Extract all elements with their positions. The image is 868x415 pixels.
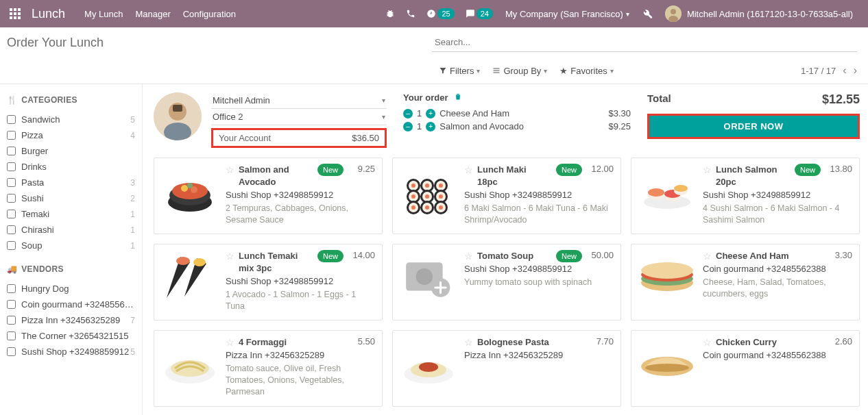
vendor-item[interactable]: Coin gourmand +324855623... — [7, 297, 135, 312]
activity-icon[interactable]: 25 — [426, 8, 454, 19]
checkbox[interactable] — [7, 162, 16, 171]
product-name: Lunch Maki 18pc — [477, 164, 548, 188]
star-icon: ★ — [559, 66, 568, 76]
company-switcher[interactable]: My Company (San Francisco) ▾ — [505, 9, 629, 19]
checkbox[interactable] — [7, 300, 16, 309]
decrement-button[interactable]: – — [403, 122, 413, 131]
order-item-name: Cheese And Ham — [439, 108, 586, 118]
app-brand: Lunch — [32, 7, 65, 21]
product-thumb — [400, 250, 457, 307]
account-user-select[interactable]: Mitchell Admin▾ — [211, 92, 387, 109]
checkbox[interactable] — [7, 331, 16, 340]
product-card[interactable]: ☆Lunch Temaki mix 3pcNew14.00Sushi Shop … — [154, 244, 383, 320]
product-card[interactable]: ☆Salmon and AvocadoNew9.25Sushi Shop +32… — [154, 158, 383, 234]
account-balance: Your Account $36.50 — [211, 128, 387, 148]
pager-prev[interactable]: ‹ — [843, 64, 846, 77]
checkbox[interactable] — [7, 225, 16, 234]
category-item[interactable]: Pizza4 — [7, 127, 135, 143]
star-outline-icon[interactable]: ☆ — [226, 164, 234, 176]
checkbox[interactable] — [7, 241, 16, 250]
pager-text: 1-17 / 17 — [801, 66, 836, 76]
nav-my-lunch[interactable]: My Lunch — [84, 9, 123, 19]
product-desc: 2 Tempuras, Cabbages, Onions, Sesame Sau… — [226, 203, 375, 226]
star-outline-icon[interactable]: ☆ — [464, 336, 473, 349]
svg-rect-8 — [18, 16, 21, 19]
checkbox[interactable] — [7, 347, 16, 356]
product-card[interactable]: ☆Chicken Curry2.60Coin gourmand +3248556… — [631, 330, 860, 407]
category-item[interactable]: Burger — [7, 143, 135, 159]
favorites-dropdown[interactable]: ★ Favorites▾ — [559, 66, 613, 76]
product-card[interactable]: ☆Cheese And Ham3.30Coin gourmand +324855… — [631, 244, 860, 320]
category-count: 1 — [130, 225, 135, 235]
product-card[interactable]: ☆4 Formaggi5.50Pizza Inn +32456325289Tom… — [154, 330, 383, 407]
svg-point-57 — [176, 257, 190, 265]
category-item[interactable]: Drinks — [7, 159, 135, 175]
svg-point-66 — [641, 262, 693, 279]
nav-manager[interactable]: Manager — [135, 9, 170, 19]
trash-icon[interactable] — [454, 92, 462, 103]
svg-point-48 — [439, 205, 443, 210]
star-outline-icon[interactable]: ☆ — [464, 250, 473, 262]
product-card[interactable]: ☆Lunch Maki 18pcNew12.00Sushi Shop +3249… — [392, 158, 621, 234]
decrement-button[interactable]: – — [403, 109, 413, 118]
account-avatar — [154, 92, 202, 140]
checkbox[interactable] — [7, 131, 16, 140]
vendor-item[interactable]: Pizza Inn +324563252897 — [7, 312, 135, 328]
product-thumb — [161, 164, 219, 221]
checkbox[interactable] — [7, 194, 16, 203]
user-menu[interactable]: Mitchell Admin (1617120-13-0-7633a5-all) — [665, 5, 853, 22]
chat-icon[interactable]: 24 — [466, 8, 493, 19]
vendor-item[interactable]: Sushi Shop +324988599125 — [7, 344, 135, 360]
category-item[interactable]: Pasta3 — [7, 175, 135, 190]
svg-rect-6 — [10, 16, 12, 19]
checkbox[interactable] — [7, 210, 16, 218]
user-name: Mitchell Admin (1617120-13-0-7633a5-all) — [687, 9, 853, 19]
vendors-header: 🚚 VENDORS — [7, 264, 135, 274]
checkbox[interactable] — [7, 178, 16, 187]
star-outline-icon[interactable]: ☆ — [226, 336, 234, 349]
filters-dropdown[interactable]: Filters▾ — [439, 66, 480, 76]
apps-icon[interactable] — [10, 8, 21, 19]
product-card[interactable]: ☆Bolognese Pasta7.70Pizza Inn +324563252… — [392, 330, 621, 407]
user-avatar — [665, 5, 682, 22]
wrench-icon[interactable] — [642, 8, 653, 19]
pager-next[interactable]: › — [854, 64, 857, 77]
svg-point-42 — [411, 205, 415, 210]
category-item[interactable]: Temaki1 — [7, 206, 135, 222]
star-outline-icon[interactable]: ☆ — [464, 164, 473, 176]
product-vendor: Sushi Shop +32498859912 — [464, 264, 614, 274]
svg-rect-2 — [18, 8, 21, 11]
star-outline-icon[interactable]: ☆ — [703, 164, 712, 176]
category-item[interactable]: Chirashi1 — [7, 222, 135, 238]
product-card[interactable]: ☆Tomato SoupNew50.00Sushi Shop +32498859… — [392, 244, 621, 320]
checkbox[interactable] — [7, 284, 16, 293]
star-outline-icon[interactable]: ☆ — [703, 336, 712, 349]
categories-header: 🍴 CATEGORIES — [7, 95, 135, 105]
svg-point-73 — [645, 364, 689, 372]
star-outline-icon[interactable]: ☆ — [703, 250, 712, 262]
svg-point-61 — [416, 268, 433, 285]
vendor-item[interactable]: Hungry Dog — [7, 281, 135, 297]
phone-icon[interactable] — [406, 9, 415, 18]
category-item[interactable]: Sushi2 — [7, 190, 135, 206]
checkbox[interactable] — [7, 115, 16, 124]
bug-icon[interactable] — [385, 9, 395, 18]
search-input[interactable] — [432, 33, 857, 52]
product-thumb — [638, 164, 696, 221]
product-price: 12.00 — [586, 164, 614, 174]
category-item[interactable]: Soup1 — [7, 238, 135, 253]
increment-button[interactable]: + — [426, 122, 435, 131]
nav-configuration[interactable]: Configuration — [183, 9, 236, 19]
page-title: Order Your Lunch — [7, 33, 104, 50]
groupby-dropdown[interactable]: Group By▾ — [492, 66, 547, 76]
product-card[interactable]: ☆Lunch Salmon 20pcNew13.80Sushi Shop +32… — [631, 158, 860, 234]
increment-button[interactable]: + — [426, 109, 435, 118]
order-now-button[interactable]: ORDER NOW — [649, 116, 858, 137]
star-outline-icon[interactable]: ☆ — [226, 250, 234, 262]
account-office-select[interactable]: Office 2▾ — [211, 109, 387, 125]
svg-point-36 — [425, 194, 429, 199]
checkbox[interactable] — [7, 316, 16, 325]
category-item[interactable]: Sandwich5 — [7, 112, 135, 127]
checkbox[interactable] — [7, 147, 16, 155]
vendor-item[interactable]: The Corner +32654321515 — [7, 328, 135, 344]
